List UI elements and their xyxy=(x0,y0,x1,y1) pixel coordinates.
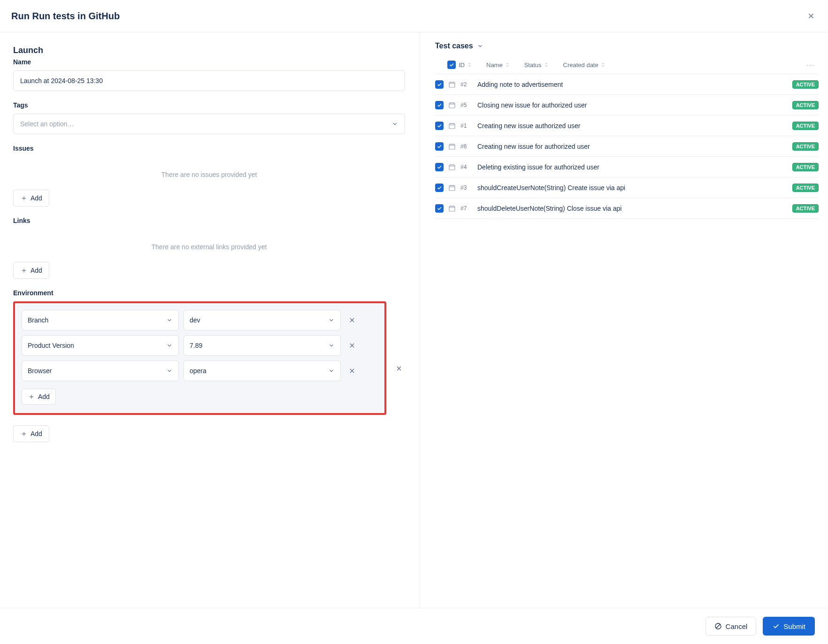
plus-icon: ＋ xyxy=(20,430,28,437)
testcase-row[interactable]: #1Creating new issue authorized userACTI… xyxy=(435,115,819,136)
add-label: Add xyxy=(31,430,42,437)
row-checkbox[interactable] xyxy=(435,204,444,213)
status-badge: ACTIVE xyxy=(792,204,819,213)
row-checkbox[interactable] xyxy=(435,142,444,151)
testcases-title: Test cases xyxy=(435,42,473,50)
submit-button[interactable]: Submit xyxy=(763,617,815,636)
dialog-footer: Cancel Submit xyxy=(0,608,828,644)
env-key-label: Browser xyxy=(28,367,52,375)
tags-select[interactable]: Select an option… xyxy=(13,114,405,134)
row-checkbox[interactable] xyxy=(435,163,444,171)
check-icon xyxy=(437,185,442,191)
row-id: #1 xyxy=(460,123,473,129)
col-created[interactable]: Created date xyxy=(563,61,606,69)
cancel-button[interactable]: Cancel xyxy=(705,617,757,636)
svg-rect-2 xyxy=(449,123,455,129)
tags-placeholder: Select an option… xyxy=(20,120,74,128)
env-value-select[interactable]: 7.89 xyxy=(184,335,341,356)
launch-section-title: Launch xyxy=(13,46,406,55)
status-badge: ACTIVE xyxy=(792,163,819,171)
env-key-select[interactable]: Branch xyxy=(22,310,179,330)
plus-icon: ＋ xyxy=(20,267,28,274)
testcase-row[interactable]: #2Adding note to advertisementACTIVE xyxy=(435,74,819,95)
check-icon xyxy=(437,123,442,129)
status-badge: ACTIVE xyxy=(792,142,819,151)
testcase-row[interactable]: #4Deleting existing issue for authorized… xyxy=(435,157,819,177)
row-checkbox[interactable] xyxy=(435,101,444,109)
status-badge: ACTIVE xyxy=(792,184,819,192)
testcases-header[interactable]: Test cases xyxy=(435,42,819,50)
status-badge: ACTIVE xyxy=(792,101,819,109)
row-name: Creating new issue for authorized user xyxy=(477,143,590,150)
col-id[interactable]: ID xyxy=(459,61,472,69)
add-env-var-button[interactable]: ＋ Add xyxy=(22,389,56,405)
close-icon xyxy=(807,12,815,20)
launch-name-input[interactable] xyxy=(13,70,405,91)
env-row-delete[interactable] xyxy=(345,364,359,377)
env-value-label: dev xyxy=(190,316,200,324)
close-icon xyxy=(348,367,356,375)
dialog-title: Run Run tests in GitHub xyxy=(11,11,120,22)
chevron-down-icon xyxy=(166,317,173,323)
chevron-down-icon xyxy=(166,368,173,374)
row-id: #7 xyxy=(460,205,473,212)
check-icon xyxy=(449,62,454,68)
automation-icon xyxy=(448,101,456,109)
links-label: Links xyxy=(13,217,406,224)
row-checkbox[interactable] xyxy=(435,184,444,192)
env-value-select[interactable]: opera xyxy=(184,360,341,381)
env-key-label: Product Version xyxy=(28,342,74,349)
select-all-checkbox[interactable] xyxy=(447,61,456,69)
row-checkbox[interactable] xyxy=(435,80,444,89)
issues-empty: There are no issues provided yet xyxy=(13,157,405,190)
columns-more-button[interactable]: ··· xyxy=(806,61,819,69)
check-icon xyxy=(437,164,442,170)
automation-icon xyxy=(448,205,456,212)
row-name: Deleting existing issue for authorized u… xyxy=(477,163,599,171)
svg-rect-1 xyxy=(449,103,455,108)
svg-rect-0 xyxy=(449,82,455,87)
links-empty: There are no external links provided yet xyxy=(13,229,405,262)
tags-label: Tags xyxy=(13,101,406,109)
col-name[interactable]: Name xyxy=(486,61,510,69)
env-row-delete[interactable] xyxy=(345,339,359,352)
testcase-row[interactable]: #5Closing new issue for authorized userA… xyxy=(435,95,819,115)
testcase-row[interactable]: #3shouldCreateUserNote(String) Create is… xyxy=(435,177,819,198)
row-id: #3 xyxy=(460,184,473,191)
env-key-select[interactable]: Browser xyxy=(22,360,179,381)
chevron-down-icon xyxy=(477,43,483,49)
name-label: Name xyxy=(13,58,406,66)
automation-icon xyxy=(448,122,456,130)
col-status[interactable]: Status xyxy=(524,61,549,69)
cancel-icon xyxy=(714,622,722,630)
add-env-group-button[interactable]: ＋ Add xyxy=(13,425,49,442)
chevron-down-icon xyxy=(391,121,398,127)
add-label: Add xyxy=(31,194,42,202)
check-icon xyxy=(437,206,442,211)
testcase-row[interactable]: #7shouldDeleteUserNote(String) Close iss… xyxy=(435,198,819,219)
chevron-down-icon xyxy=(328,368,335,374)
environment-label: Environment xyxy=(13,289,406,297)
add-label: Add xyxy=(38,393,50,400)
env-value-label: opera xyxy=(190,367,207,375)
env-value-select[interactable]: dev xyxy=(184,310,341,330)
svg-rect-3 xyxy=(449,144,455,149)
chevron-down-icon xyxy=(166,342,173,349)
env-group-delete[interactable] xyxy=(393,362,405,375)
env-value-label: 7.89 xyxy=(190,342,202,349)
env-row: Product Version 7.89 xyxy=(22,335,378,356)
sort-icon xyxy=(467,62,472,68)
row-checkbox[interactable] xyxy=(435,122,444,130)
automation-icon xyxy=(448,81,456,88)
env-key-select[interactable]: Product Version xyxy=(22,335,179,356)
sort-icon xyxy=(505,62,510,68)
close-button[interactable] xyxy=(805,10,817,22)
add-issue-button[interactable]: ＋ Add xyxy=(13,190,49,207)
dialog-header: Run Run tests in GitHub xyxy=(0,0,828,32)
testcase-row[interactable]: #6Creating new issue for authorized user… xyxy=(435,136,819,157)
chevron-down-icon xyxy=(328,342,335,349)
row-name: Closing new issue for authorized user xyxy=(477,101,587,109)
env-row-delete[interactable] xyxy=(345,314,359,327)
environment-group: Branch dev Product Version xyxy=(13,301,406,415)
add-link-button[interactable]: ＋ Add xyxy=(13,262,49,279)
